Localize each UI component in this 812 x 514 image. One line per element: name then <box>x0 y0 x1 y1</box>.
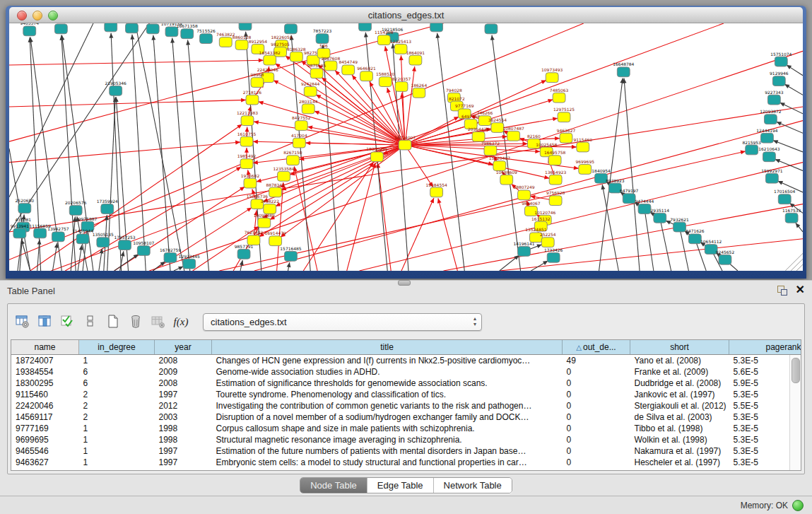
table-row[interactable]: 911546021997Tourette syndrome. Phenomeno… <box>11 389 801 400</box>
graph-node[interactable]: 6466160 <box>143 23 163 34</box>
table-row[interactable]: 977716911998Corpus callosum shape and si… <box>11 423 801 434</box>
graph-node[interactable]: 18807249 <box>513 186 534 200</box>
graph-node[interactable]: 16914479 <box>265 231 286 245</box>
graph-node[interactable]: 9875685 <box>307 64 326 78</box>
graph-node[interactable]: 11451944 <box>72 229 93 243</box>
graph-node[interactable]: 9227343 <box>765 90 784 105</box>
graph-node[interactable]: 8154318 <box>482 23 501 34</box>
graph-node[interactable]: 55723 <box>239 23 252 30</box>
new-table-button[interactable] <box>102 310 124 333</box>
column-header-pagerank[interactable]: pagerank <box>729 340 802 355</box>
graph-node[interactable]: 1864091 <box>406 51 425 65</box>
graph-node[interactable]: 7857223 <box>313 29 332 43</box>
column-visibility-button[interactable] <box>35 310 56 333</box>
network-canvas[interactable]: 9405574276914061065328715276026466160107… <box>9 23 803 271</box>
scrollbar-thumb[interactable] <box>792 358 800 383</box>
tab-edge-table[interactable]: Edge Table <box>367 478 433 493</box>
graph-node[interactable]: 2718126 <box>243 90 262 105</box>
table-row[interactable]: 946554611997Estimation of the future num… <box>11 445 801 457</box>
graph-node[interactable]: 9756928 <box>546 191 565 205</box>
graph-node[interactable]: 16543382 <box>259 51 281 65</box>
table-row[interactable]: 1872400712008Changes of HCN gene express… <box>11 355 801 367</box>
table-settings-button[interactable] <box>12 310 33 333</box>
graph-node[interactable]: 9115460 <box>574 138 593 152</box>
table-row[interactable]: 2242004622012Investigating the contribut… <box>11 400 801 411</box>
graph-node[interactable]: 17016504 <box>774 189 795 204</box>
graph-node[interactable]: 13942757 <box>47 227 69 241</box>
graph-node[interactable]: 417004 <box>291 134 307 148</box>
table-row[interactable]: 1830029562008Estimation of significance … <box>11 378 801 389</box>
graph-node[interactable]: 1656310 <box>427 23 446 32</box>
graph-node[interactable]: 9857791 <box>235 245 254 259</box>
tab-node-table[interactable]: Node Table <box>300 478 367 493</box>
graph-node[interactable]: 8220357 <box>392 77 411 91</box>
graph-node[interactable]: 20206576 <box>65 201 86 215</box>
graph-node[interactable]: 9646821 <box>357 66 376 81</box>
canvas-resize-grip-icon[interactable] <box>785 253 803 271</box>
graph-node[interactable]: 98968 <box>250 73 264 87</box>
table-row[interactable]: 1456911722003Disruption of a novel membe… <box>11 411 801 423</box>
graph-node[interactable]: 12975125 <box>553 107 575 122</box>
graph-node[interactable]: 13505135 <box>93 233 114 247</box>
graph-node[interactable]: 9242844 <box>301 82 320 96</box>
tab-network-table[interactable]: Network Table <box>433 478 512 493</box>
column-header-out_de[interactable]: △out_de... <box>563 340 630 355</box>
graph-node[interactable]: 21905346 <box>105 81 126 95</box>
table-row[interactable]: 969969511998Structural magnetic resonanc… <box>11 434 801 445</box>
graph-node[interactable]: 10958107 <box>133 241 154 255</box>
graph-node[interactable]: 9463627 <box>557 129 576 143</box>
graph-node[interactable]: 15751074 <box>770 52 792 66</box>
graph-node[interactable]: 9405574 <box>20 23 40 36</box>
graph-node[interactable]: 1527602 <box>122 23 141 33</box>
graph-node[interactable]: 81304 <box>284 23 298 34</box>
graph-node[interactable]: 3498222 <box>261 199 280 214</box>
graph-node[interactable]: 7986372 <box>481 141 500 156</box>
graph-node[interactable]: 14099489 <box>254 214 275 228</box>
column-header-in_degree[interactable]: in_degree <box>79 340 155 355</box>
graph-node[interactable]: 17359924 <box>97 199 118 214</box>
graph-node[interactable]: 19384554 <box>426 183 447 197</box>
graph-node[interactable]: 8267150 <box>283 151 302 165</box>
column-header-short[interactable]: short <box>630 340 729 355</box>
graph-node[interactable]: 27691406 <box>50 23 71 34</box>
canvas-resize-grip-icon[interactable] <box>796 264 803 271</box>
graph-node[interactable]: 10688609 <box>496 170 517 185</box>
graph-node[interactable]: 186264 <box>411 83 428 98</box>
window-titlebar[interactable]: citations_edges.txt <box>9 7 803 23</box>
graph-node[interactable]: 16648784 <box>613 62 634 76</box>
graph-node[interactable]: 1985492 <box>237 154 257 168</box>
delete-rows-button[interactable] <box>125 310 146 333</box>
graph-node[interactable]: 7485063 <box>550 88 569 103</box>
row-height-button[interactable] <box>80 310 101 333</box>
graph-node[interactable]: 16671358 <box>177 24 198 38</box>
float-panel-icon[interactable] <box>777 285 787 296</box>
select-all-rows-button[interactable] <box>57 310 78 333</box>
canvas-resize-grip-icon[interactable] <box>791 259 803 271</box>
graph-node[interactable]: 9129946 <box>770 71 789 86</box>
graph-node[interactable]: 7625402 <box>245 230 264 245</box>
close-panel-icon[interactable]: ✕ <box>796 284 805 296</box>
graph-node[interactable]: 12213383 <box>237 111 258 125</box>
graph-node[interactable]: 10653287 <box>100 23 122 32</box>
graph-node[interactable]: 7515526 <box>196 29 216 43</box>
graph-node[interactable]: 1865316 <box>355 23 375 31</box>
graph-node[interactable]: 2520650 <box>16 199 35 213</box>
table-row[interactable]: 1938455462009Genome-wide association stu… <box>11 366 801 378</box>
graph-node[interactable]: 8186328 <box>287 47 306 62</box>
network-graph[interactable]: 9405574276914061065328715276026466160107… <box>9 23 803 271</box>
column-header-year[interactable]: year <box>155 340 212 355</box>
table-row[interactable]: 946362711997Embryonic stem cells: a mode… <box>11 457 801 468</box>
function-builder-button[interactable]: f(x) <box>170 310 192 333</box>
graph-node[interactable]: 8454749 <box>339 61 358 75</box>
graph-node[interactable]: 16495758 <box>544 151 565 165</box>
graph-node[interactable]: 1916682 <box>241 174 260 188</box>
graph-node[interactable]: 1733426 <box>544 248 563 262</box>
graph-node[interactable]: 8427552 <box>292 116 311 130</box>
table-selector-dropdown[interactable]: citations_edges.txt ▴▾ <box>203 313 482 331</box>
graph-node[interactable]: 9245652 <box>716 250 735 264</box>
graph-node[interactable]: 1167533 <box>782 209 801 223</box>
column-header-title[interactable]: title <box>212 340 563 355</box>
vertical-scrollbar[interactable] <box>789 355 801 470</box>
column-header-name[interactable]: name <box>11 340 79 355</box>
graph-node[interactable]: 252254 <box>540 233 556 247</box>
